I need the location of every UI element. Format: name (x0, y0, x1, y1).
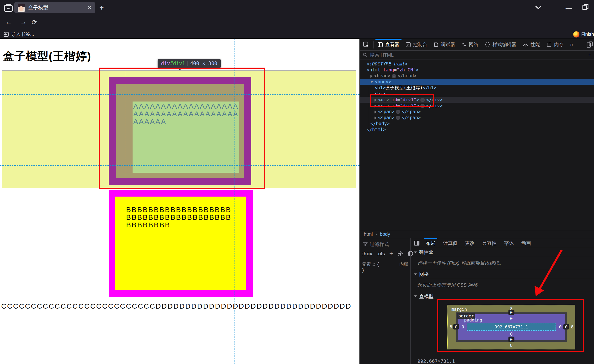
style-editor-icon (485, 42, 490, 47)
expand-arrow-icon[interactable] (371, 75, 373, 78)
filter-styles-input[interactable]: 过滤样式 (360, 238, 410, 248)
responsive-design-icon[interactable] (586, 41, 593, 48)
grid-section-header[interactable]: 网格 (411, 270, 594, 279)
markup-row[interactable]: <body> (360, 79, 594, 85)
expand-arrow-open-icon[interactable] (371, 81, 373, 83)
network-icon (461, 42, 467, 47)
reload-button[interactable]: ⟳ (32, 18, 37, 26)
class-panel-button[interactable]: .cls (377, 251, 385, 256)
code-token: = (394, 67, 397, 72)
code-token: </span> (401, 109, 421, 114)
markup-view: <!DOCTYPE html><html lang="zh-CN"><head>… (360, 60, 594, 230)
code-token: > (416, 67, 418, 72)
firefox-logo-icon (573, 31, 580, 38)
tab-style-editor[interactable]: 样式编辑器 (481, 39, 520, 51)
collapsed-ellipsis-badge[interactable]: ⋯ (396, 116, 400, 120)
markup-search-bar[interactable]: 搜索 HTML + (360, 51, 594, 60)
code-token: </body> (371, 121, 390, 126)
inline-style-rule[interactable]: 元素{内联 } (360, 259, 410, 273)
breadcrumb[interactable]: html › body (360, 230, 594, 238)
code-token: </h1> (423, 85, 436, 90)
markup-row[interactable]: <h1>盒子模型(王楷婷)</h1> (360, 85, 594, 91)
bookmarks-bar: 导入书签... Finish (0, 30, 594, 39)
div2-box[interactable]: BBBBBBBBBBBBBBBBBBBBBBBBBBBBBBBBBBBBBBBB… (109, 190, 253, 297)
rules-pane: 过滤样式 :hov .cls + 元素{内联 } (360, 238, 411, 364)
breadcrumb-body[interactable]: body (380, 231, 390, 237)
add-node-button[interactable]: + (588, 52, 592, 58)
list-tabs-icon[interactable] (535, 5, 542, 10)
annotation-rect-boxmodel (437, 299, 584, 352)
firefox-view-icon[interactable] (3, 3, 13, 12)
console-icon (405, 42, 411, 47)
expand-arrow-icon[interactable] (374, 111, 377, 114)
tab-network[interactable]: 网络 (458, 39, 481, 51)
tab-debugger[interactable]: 调试器 (430, 39, 458, 51)
page-heading: 盒子模型(王楷婷) (3, 49, 91, 64)
tab-computed[interactable]: 计算值 (439, 238, 461, 248)
pick-element-button[interactable] (360, 39, 372, 51)
node-infobar-tooltip: div#div1 400 × 300 (158, 59, 221, 68)
breadcrumb-separator: › (376, 232, 377, 236)
bookmark-item-finish[interactable]: Finish (573, 31, 594, 38)
infobar-separator (188, 61, 188, 66)
rules-toolbar: :hov .cls + (360, 248, 410, 259)
minimize-button[interactable]: — (566, 4, 572, 12)
code-token: lang (380, 67, 394, 72)
infobar-tag: div (161, 61, 170, 66)
light-theme-icon[interactable] (398, 251, 403, 256)
annotation-rect-markup (370, 94, 434, 107)
markup-row[interactable]: <html lang="zh-CN"> (360, 67, 594, 73)
markup-row[interactable]: </body> (360, 121, 594, 127)
tab-performance[interactable]: 性能 (520, 39, 543, 51)
tab-changes[interactable]: 更改 (461, 238, 478, 248)
more-tabs-button[interactable]: » (567, 39, 576, 51)
browser-navbar: ← → ⟳ 不安全 1.92.84.140/AiJavaWeb/01html-c… (0, 15, 594, 30)
add-rule-button[interactable]: + (389, 250, 393, 257)
debugger-icon (433, 42, 439, 47)
performance-icon (523, 42, 528, 47)
pseudo-class-button[interactable]: :hov (362, 251, 372, 256)
sidebar-toggle-icon[interactable] (411, 241, 422, 246)
filter-funnel-icon (363, 242, 368, 247)
tab-memory[interactable]: 内存 (543, 39, 567, 51)
breadcrumb-html[interactable]: html (364, 231, 373, 237)
tab-console[interactable]: 控制台 (402, 39, 430, 51)
markup-row[interactable]: <span>⋯</span> (360, 109, 594, 115)
back-button[interactable]: ← (5, 18, 12, 26)
flexbox-section-header[interactable]: 弹性盒 (411, 248, 594, 257)
tab-close-icon[interactable]: ✕ (88, 5, 92, 11)
restore-window-icon[interactable] (582, 4, 588, 10)
span1-text: CCCCCCCCCCCCCCCCCCCCCCCCCC (1, 302, 156, 310)
import-bookmarks-button[interactable]: 导入书签... (3, 31, 34, 38)
collapsed-ellipsis-badge[interactable]: ⋯ (396, 110, 400, 114)
code-token: <span> (378, 115, 395, 120)
tab-inspector[interactable]: 查看器 (374, 39, 402, 51)
markup-row[interactable]: <span>⋯</span> (360, 115, 594, 121)
code-token: "zh-CN" (397, 67, 416, 72)
expand-arrow-icon[interactable] (374, 117, 377, 119)
tab-animations[interactable]: 动画 (518, 238, 535, 248)
code-token: </head> (398, 73, 417, 78)
grid-message: 此页面上没有使用 CSS 网格 (411, 279, 594, 292)
tab-fonts[interactable]: 字体 (500, 238, 518, 248)
tab-layout[interactable]: 布局 (422, 238, 439, 248)
code-token: <!DOCTYPE html> (367, 61, 408, 66)
new-tab-button[interactable]: + (99, 4, 104, 12)
collapsed-ellipsis-badge[interactable]: ⋯ (392, 74, 397, 78)
forward-button[interactable]: → (20, 18, 27, 26)
infobar-id: #div1 (170, 61, 185, 66)
markup-row[interactable]: <head>⋯</head> (360, 73, 594, 79)
bookmark-finish-label: Finish (581, 32, 594, 37)
browser-tab[interactable]: 盒子模型 ✕ (14, 2, 95, 13)
chevron-down-icon (414, 296, 417, 297)
tab-compatibility[interactable]: 兼容性 (478, 238, 500, 248)
span2-text: DDDDDDDDDDDDDDDDDDDDDDDDDDDDDDDDD (156, 302, 352, 310)
toolbar-separator (373, 41, 374, 48)
markup-row[interactable]: </html> (360, 127, 594, 133)
tab-favicon (18, 4, 25, 12)
span-text-row: CCCCCCCCCCCCCCCCCCCCCCCCCCDDDDDDDDDDDDDD… (1, 302, 351, 310)
markup-row[interactable]: <!DOCTYPE html> (360, 61, 594, 67)
annotation-rect-page (99, 67, 265, 189)
filter-placeholder: 过滤样式 (370, 241, 389, 248)
memory-icon (546, 42, 552, 47)
